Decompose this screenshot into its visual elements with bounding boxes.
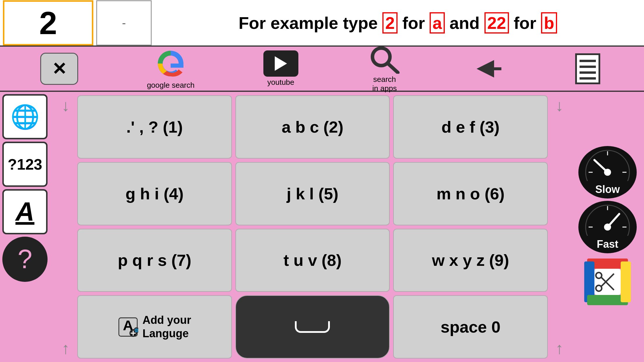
highlight-a: a bbox=[430, 12, 445, 34]
document-button[interactable] bbox=[572, 53, 604, 85]
key-1[interactable]: .' , ? (1) bbox=[77, 95, 232, 159]
key-6[interactable]: m n o (6) bbox=[393, 162, 548, 225]
search-in-apps-icon bbox=[367, 45, 402, 74]
space-button[interactable] bbox=[235, 295, 390, 359]
add-language-button[interactable]: A 🌐 Add yourLanguge bbox=[77, 295, 232, 359]
youtube-button[interactable]: youtube bbox=[263, 50, 298, 87]
google-label: google search bbox=[147, 81, 195, 90]
slow-dial-icon bbox=[584, 149, 631, 181]
space-icon bbox=[295, 321, 330, 333]
key-8[interactable]: t u v (8) bbox=[235, 229, 390, 292]
svg-line-1 bbox=[388, 63, 398, 73]
youtube-label: youtube bbox=[267, 78, 294, 87]
x-icon: ✕ bbox=[52, 59, 66, 79]
globe-button[interactable]: 🌐 bbox=[2, 94, 48, 139]
help-button[interactable]: ? bbox=[2, 237, 48, 282]
key-2[interactable]: a b c (2) bbox=[235, 95, 390, 159]
forward-arrow-icon bbox=[471, 54, 503, 83]
key-grid: .' , ? (1) a b c (2) d e f (3) g h i (4)… bbox=[77, 92, 548, 362]
highlight-22: 22 bbox=[484, 12, 509, 34]
arrow-up-left-bottom[interactable]: ↑ bbox=[62, 339, 70, 358]
arrow-down-right-top[interactable]: ↓ bbox=[555, 96, 564, 115]
fast-dial-button[interactable]: Fast bbox=[578, 201, 637, 253]
icon-toolbar: ✕ google search youtube search in apps bbox=[0, 47, 644, 92]
color-tool-button[interactable] bbox=[581, 256, 634, 308]
arrow-up-right-bottom[interactable]: ↑ bbox=[555, 339, 564, 358]
secondary-input-value: - bbox=[122, 16, 126, 29]
instruction-for-b: for bbox=[514, 13, 541, 32]
add-language-text: Add yourLanguge bbox=[142, 314, 191, 340]
fast-dial-icon bbox=[584, 204, 631, 236]
instruction-for-a: for bbox=[402, 13, 429, 32]
highlight-2: 2 bbox=[382, 12, 398, 34]
main-input-box[interactable]: 2 bbox=[3, 0, 93, 45]
highlight-b: b bbox=[541, 12, 557, 34]
key-0[interactable]: space 0 bbox=[393, 295, 548, 359]
color-tool-icon bbox=[581, 256, 634, 308]
slow-dial-button[interactable]: Slow bbox=[578, 146, 637, 198]
key-7[interactable]: p q r s (7) bbox=[77, 229, 232, 292]
search-in-apps-button[interactable]: search in apps bbox=[367, 45, 402, 93]
left-arrow-column: ↓ ↑ bbox=[54, 92, 77, 362]
key-3[interactable]: d e f (3) bbox=[393, 95, 548, 159]
search-apps-label: search in apps bbox=[372, 75, 397, 93]
svg-text:🌐: 🌐 bbox=[135, 328, 139, 332]
arrow-down-left-top[interactable]: ↓ bbox=[62, 96, 70, 115]
right-button-column: Slow Fast bbox=[571, 92, 644, 362]
back-button[interactable]: ✕ bbox=[40, 53, 78, 85]
fast-dial-label: Fast bbox=[597, 238, 618, 250]
key-4[interactable]: g h i (4) bbox=[77, 162, 232, 225]
svg-rect-29 bbox=[621, 261, 631, 302]
num-icon: ?123 bbox=[8, 156, 42, 173]
keyboard-area: 🌐 ?123 A ? ↓ ↑ .' , ? (1) a b c (2) d e … bbox=[0, 92, 644, 362]
google-search-button[interactable]: google search bbox=[147, 48, 195, 90]
secondary-input-box[interactable]: - bbox=[96, 0, 152, 45]
document-icon bbox=[572, 53, 604, 85]
top-bar: 2 - For example type 2 for a and 22 for … bbox=[0, 0, 644, 47]
slow-dial-label: Slow bbox=[595, 183, 620, 196]
globe-icon: 🌐 bbox=[10, 103, 40, 131]
right-arrow-column: ↓ ↑ bbox=[548, 92, 571, 362]
alpha-button[interactable]: A bbox=[2, 189, 48, 234]
key-9[interactable]: w x y z (9) bbox=[393, 229, 548, 292]
instruction-and: and bbox=[449, 13, 484, 32]
google-icon bbox=[155, 48, 187, 80]
main-input-value: 2 bbox=[39, 4, 57, 41]
add-language-icon: A 🌐 bbox=[118, 317, 138, 337]
key-5[interactable]: j k l (5) bbox=[235, 162, 390, 225]
youtube-play-icon bbox=[275, 56, 287, 71]
numpad-button[interactable]: ?123 bbox=[2, 142, 48, 187]
forward-button[interactable] bbox=[471, 54, 503, 83]
alpha-icon: A bbox=[15, 197, 34, 227]
instruction-prefix: For example type bbox=[239, 13, 382, 32]
left-button-column: 🌐 ?123 A ? bbox=[0, 92, 54, 362]
help-icon: ? bbox=[18, 244, 32, 274]
instruction-text: For example type 2 for a and 22 for b bbox=[152, 13, 644, 33]
